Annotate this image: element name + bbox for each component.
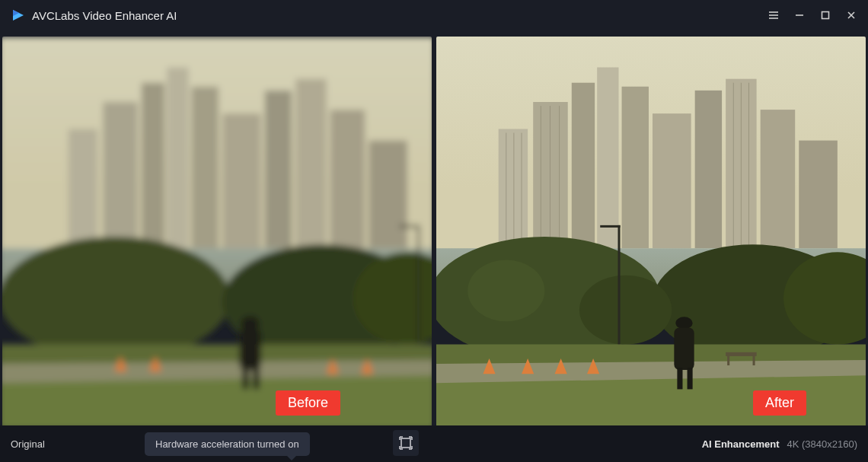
- svg-rect-40: [572, 83, 595, 249]
- svg-rect-16: [265, 91, 292, 248]
- svg-rect-39: [533, 102, 568, 248]
- svg-rect-47: [799, 141, 838, 249]
- svg-rect-15: [222, 113, 261, 248]
- hw-accel-tooltip: Hardware acceleration turned on: [145, 432, 310, 456]
- svg-point-61: [468, 260, 544, 321]
- footer-bar: Original Hardware acceleration turned on…: [0, 425, 868, 462]
- svg-rect-17: [295, 79, 326, 249]
- after-image: [436, 37, 866, 429]
- svg-point-62: [579, 276, 672, 345]
- svg-rect-69: [674, 327, 694, 370]
- svg-rect-42: [622, 87, 649, 248]
- after-badge: After: [753, 390, 806, 416]
- before-badge: Before: [276, 390, 340, 416]
- after-panel: After: [436, 37, 866, 429]
- titlebar-left: AVCLabs Video Enhancer AI: [11, 8, 177, 23]
- svg-rect-12: [142, 83, 164, 249]
- svg-rect-19: [369, 141, 407, 249]
- svg-rect-24: [417, 225, 420, 356]
- svg-rect-30: [239, 327, 260, 370]
- svg-rect-31: [242, 368, 248, 389]
- svg-rect-76: [726, 352, 756, 356]
- fullscreen-icon: [399, 436, 413, 450]
- comparison-view: Before: [0, 30, 868, 429]
- svg-rect-78: [753, 356, 755, 365]
- svg-rect-71: [688, 368, 693, 389]
- svg-rect-13: [167, 67, 188, 248]
- titlebar: AVCLabs Video Enhancer AI: [0, 0, 868, 30]
- maximize-icon[interactable]: [819, 9, 831, 21]
- svg-point-68: [675, 317, 692, 329]
- window-controls: [767, 9, 857, 21]
- resolution-label: 4K (3840x2160): [787, 438, 857, 450]
- svg-rect-70: [677, 368, 682, 389]
- svg-rect-11: [103, 102, 138, 248]
- svg-rect-25: [400, 225, 420, 228]
- svg-rect-63: [617, 225, 620, 356]
- svg-rect-79: [401, 438, 410, 448]
- svg-rect-64: [600, 225, 620, 228]
- fullscreen-button[interactable]: [393, 430, 419, 456]
- svg-rect-38: [499, 129, 528, 248]
- svg-rect-43: [653, 113, 691, 248]
- before-image: [2, 37, 432, 429]
- ai-enhancement-label: AI Enhancement: [702, 438, 780, 450]
- svg-point-21: [2, 237, 230, 360]
- svg-rect-44: [695, 91, 722, 248]
- original-label: Original: [11, 438, 45, 450]
- logo-icon: [11, 8, 26, 23]
- svg-rect-41: [597, 67, 618, 248]
- svg-rect-18: [330, 110, 365, 248]
- svg-rect-10: [69, 129, 97, 248]
- svg-rect-46: [761, 110, 796, 248]
- minimize-icon[interactable]: [793, 9, 806, 21]
- svg-rect-6: [822, 12, 829, 19]
- footer-right: AI Enhancement 4K (3840x2160): [702, 438, 857, 450]
- before-panel: Before: [2, 37, 432, 429]
- svg-rect-14: [192, 87, 219, 248]
- menu-icon[interactable]: [767, 9, 780, 21]
- svg-rect-77: [727, 356, 729, 365]
- app-title: AVCLabs Video Enhancer AI: [32, 9, 177, 22]
- svg-rect-32: [254, 368, 260, 389]
- close-icon[interactable]: [845, 9, 857, 21]
